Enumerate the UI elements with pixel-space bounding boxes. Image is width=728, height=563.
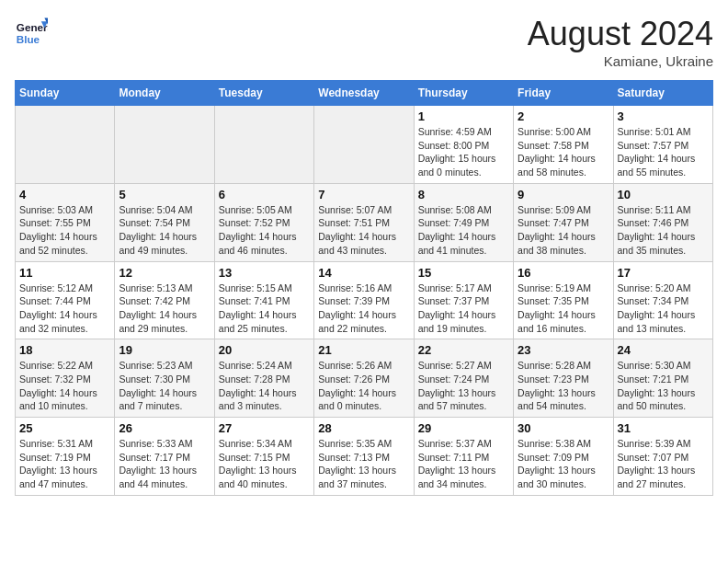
day-info: Sunrise: 5:27 AMSunset: 7:24 PMDaylight:… <box>418 359 509 413</box>
day-info: Sunrise: 5:09 AMSunset: 7:47 PMDaylight:… <box>518 203 609 258</box>
day-number: 26 <box>119 421 210 435</box>
day-number: 27 <box>219 421 310 435</box>
calendar-week-row: 4Sunrise: 5:03 AMSunset: 7:55 PMDaylight… <box>16 183 713 261</box>
calendar-cell: 4Sunrise: 5:03 AMSunset: 7:55 PMDaylight… <box>16 183 115 261</box>
weekday-header-sunday: Sunday <box>16 81 115 106</box>
day-number: 5 <box>119 188 210 201</box>
day-number: 14 <box>318 266 409 280</box>
calendar-cell: 14Sunrise: 5:16 AMSunset: 7:39 PMDayligh… <box>314 261 414 339</box>
calendar-week-row: 25Sunrise: 5:31 AMSunset: 7:19 PMDayligh… <box>16 418 713 496</box>
calendar-cell: 2Sunrise: 5:00 AMSunset: 7:58 PMDaylight… <box>514 106 613 184</box>
day-info: Sunrise: 5:00 AMSunset: 7:58 PMDaylight:… <box>518 125 609 179</box>
calendar-cell: 11Sunrise: 5:12 AMSunset: 7:44 PMDayligh… <box>16 261 115 339</box>
calendar-cell: 1Sunrise: 4:59 AMSunset: 8:00 PMDaylight… <box>414 106 513 184</box>
calendar-cell: 9Sunrise: 5:09 AMSunset: 7:47 PMDaylight… <box>514 183 613 261</box>
day-number: 8 <box>418 188 509 201</box>
day-number: 29 <box>418 421 509 435</box>
day-info: Sunrise: 5:12 AMSunset: 7:44 PMDaylight:… <box>19 282 110 336</box>
day-info: Sunrise: 5:17 AMSunset: 7:37 PMDaylight:… <box>418 282 509 336</box>
day-info: Sunrise: 5:24 AMSunset: 7:28 PMDaylight:… <box>219 359 310 413</box>
calendar-cell: 25Sunrise: 5:31 AMSunset: 7:19 PMDayligh… <box>16 418 115 496</box>
calendar-cell: 24Sunrise: 5:30 AMSunset: 7:21 PMDayligh… <box>613 339 712 418</box>
day-info: Sunrise: 5:13 AMSunset: 7:42 PMDaylight:… <box>119 282 210 336</box>
calendar-cell: 15Sunrise: 5:17 AMSunset: 7:37 PMDayligh… <box>414 261 513 339</box>
title-block: August 2024 Kamiane, Ukraine <box>528 15 713 69</box>
day-info: Sunrise: 5:23 AMSunset: 7:30 PMDaylight:… <box>119 359 210 413</box>
day-info: Sunrise: 5:08 AMSunset: 7:49 PMDaylight:… <box>418 203 509 258</box>
day-number: 31 <box>618 421 709 435</box>
day-number: 6 <box>219 188 310 201</box>
day-number: 24 <box>618 343 709 357</box>
calendar-cell <box>214 106 313 184</box>
day-info: Sunrise: 4:59 AMSunset: 8:00 PMDaylight:… <box>418 125 509 179</box>
day-number: 20 <box>219 343 310 357</box>
location-subtitle: Kamiane, Ukraine <box>528 53 713 69</box>
day-info: Sunrise: 5:28 AMSunset: 7:23 PMDaylight:… <box>518 359 609 413</box>
calendar-cell <box>16 106 115 184</box>
day-info: Sunrise: 5:20 AMSunset: 7:34 PMDaylight:… <box>618 282 709 336</box>
calendar-cell: 16Sunrise: 5:19 AMSunset: 7:35 PMDayligh… <box>514 261 613 339</box>
day-info: Sunrise: 5:33 AMSunset: 7:17 PMDaylight:… <box>119 437 210 491</box>
calendar-cell <box>115 106 214 184</box>
calendar-cell: 26Sunrise: 5:33 AMSunset: 7:17 PMDayligh… <box>115 418 214 496</box>
day-number: 12 <box>119 266 210 280</box>
day-number: 10 <box>618 188 709 201</box>
day-info: Sunrise: 5:30 AMSunset: 7:21 PMDaylight:… <box>618 359 709 413</box>
calendar-cell: 13Sunrise: 5:15 AMSunset: 7:41 PMDayligh… <box>214 261 313 339</box>
day-number: 22 <box>418 343 509 357</box>
day-number: 15 <box>418 266 509 280</box>
calendar-cell: 6Sunrise: 5:05 AMSunset: 7:52 PMDaylight… <box>214 183 313 261</box>
day-number: 4 <box>19 188 110 201</box>
calendar-cell <box>314 106 414 184</box>
calendar-cell: 10Sunrise: 5:11 AMSunset: 7:46 PMDayligh… <box>613 183 712 261</box>
calendar-cell: 23Sunrise: 5:28 AMSunset: 7:23 PMDayligh… <box>514 339 613 418</box>
page-header: General Blue August 2024 Kamiane, Ukrain… <box>15 15 713 69</box>
day-info: Sunrise: 5:11 AMSunset: 7:46 PMDaylight:… <box>618 203 709 258</box>
calendar-cell: 22Sunrise: 5:27 AMSunset: 7:24 PMDayligh… <box>414 339 513 418</box>
calendar-cell: 21Sunrise: 5:26 AMSunset: 7:26 PMDayligh… <box>314 339 414 418</box>
month-year-title: August 2024 <box>528 15 713 53</box>
day-info: Sunrise: 5:26 AMSunset: 7:26 PMDaylight:… <box>318 359 409 413</box>
day-info: Sunrise: 5:03 AMSunset: 7:55 PMDaylight:… <box>19 203 110 258</box>
weekday-header-thursday: Thursday <box>414 81 513 106</box>
calendar-cell: 19Sunrise: 5:23 AMSunset: 7:30 PMDayligh… <box>115 339 214 418</box>
weekday-header-wednesday: Wednesday <box>314 81 414 106</box>
day-info: Sunrise: 5:07 AMSunset: 7:51 PMDaylight:… <box>318 203 409 258</box>
calendar-cell: 27Sunrise: 5:34 AMSunset: 7:15 PMDayligh… <box>214 418 313 496</box>
calendar-week-row: 11Sunrise: 5:12 AMSunset: 7:44 PMDayligh… <box>16 261 713 339</box>
calendar-cell: 5Sunrise: 5:04 AMSunset: 7:54 PMDaylight… <box>115 183 214 261</box>
calendar-cell: 12Sunrise: 5:13 AMSunset: 7:42 PMDayligh… <box>115 261 214 339</box>
day-number: 13 <box>219 266 310 280</box>
day-info: Sunrise: 5:37 AMSunset: 7:11 PMDaylight:… <box>418 437 509 491</box>
day-number: 17 <box>618 266 709 280</box>
weekday-header-monday: Monday <box>115 81 214 106</box>
day-number: 3 <box>618 109 709 123</box>
calendar-cell: 28Sunrise: 5:35 AMSunset: 7:13 PMDayligh… <box>314 418 414 496</box>
calendar-cell: 3Sunrise: 5:01 AMSunset: 7:57 PMDaylight… <box>613 106 712 184</box>
svg-text:Blue: Blue <box>17 33 40 45</box>
calendar-cell: 20Sunrise: 5:24 AMSunset: 7:28 PMDayligh… <box>214 339 313 418</box>
day-number: 9 <box>518 188 609 201</box>
day-info: Sunrise: 5:04 AMSunset: 7:54 PMDaylight:… <box>119 203 210 258</box>
day-info: Sunrise: 5:35 AMSunset: 7:13 PMDaylight:… <box>318 437 409 491</box>
calendar-table: SundayMondayTuesdayWednesdayThursdayFrid… <box>15 80 713 496</box>
calendar-week-row: 1Sunrise: 4:59 AMSunset: 8:00 PMDaylight… <box>16 106 713 184</box>
calendar-cell: 31Sunrise: 5:39 AMSunset: 7:07 PMDayligh… <box>613 418 712 496</box>
day-number: 28 <box>318 421 409 435</box>
day-info: Sunrise: 5:38 AMSunset: 7:09 PMDaylight:… <box>518 437 609 491</box>
day-number: 25 <box>19 421 110 435</box>
weekday-header-saturday: Saturday <box>613 81 712 106</box>
calendar-cell: 17Sunrise: 5:20 AMSunset: 7:34 PMDayligh… <box>613 261 712 339</box>
logo-icon: General Blue <box>15 15 48 48</box>
day-number: 30 <box>518 421 609 435</box>
day-info: Sunrise: 5:15 AMSunset: 7:41 PMDaylight:… <box>219 282 310 336</box>
day-number: 11 <box>19 266 110 280</box>
calendar-cell: 7Sunrise: 5:07 AMSunset: 7:51 PMDaylight… <box>314 183 414 261</box>
day-number: 23 <box>518 343 609 357</box>
calendar-cell: 29Sunrise: 5:37 AMSunset: 7:11 PMDayligh… <box>414 418 513 496</box>
weekday-header-friday: Friday <box>514 81 613 106</box>
logo: General Blue <box>15 15 48 48</box>
day-info: Sunrise: 5:39 AMSunset: 7:07 PMDaylight:… <box>618 437 709 491</box>
day-number: 2 <box>518 109 609 123</box>
calendar-cell: 8Sunrise: 5:08 AMSunset: 7:49 PMDaylight… <box>414 183 513 261</box>
